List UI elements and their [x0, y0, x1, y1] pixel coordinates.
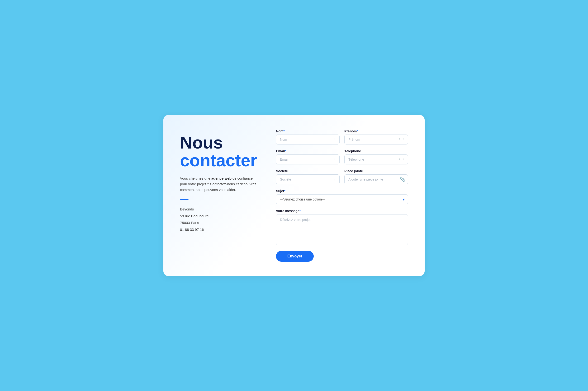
- prenom-label: Prénom*: [344, 129, 408, 133]
- heading-nous: Nous: [180, 134, 257, 151]
- form-group-piece-jointe: Pièce jointe 📎: [344, 169, 408, 184]
- form-group-sujet: Sujet* —Veuillez choisir une option— ▾: [276, 189, 408, 204]
- divider-line: [180, 199, 189, 200]
- form-group-nom: Nom* ⋮⋮: [276, 129, 340, 144]
- form-group-telephone: Téléphone ⋮⋮: [344, 149, 408, 164]
- left-panel: Nous contacter Vous cherchez une agence …: [180, 129, 257, 262]
- message-label: Votre message*: [276, 209, 408, 213]
- form-group-email: Email* ⋮⋮: [276, 149, 340, 164]
- telephone-label: Téléphone: [344, 149, 408, 153]
- piece-jointe-label: Pièce jointe: [344, 169, 408, 173]
- sujet-select[interactable]: —Veuillez choisir une option—: [276, 194, 408, 204]
- heading-contacter: contacter: [180, 151, 257, 170]
- submit-button[interactable]: Envoyer: [276, 251, 314, 262]
- piece-jointe-input[interactable]: [344, 174, 408, 184]
- telephone-input[interactable]: [344, 154, 408, 164]
- telephone-input-wrapper: ⋮⋮: [344, 154, 408, 164]
- form-group-message: Votre message*: [276, 209, 408, 245]
- societe-input-wrapper: ⋮⋮: [276, 174, 340, 184]
- nom-input-wrapper: ⋮⋮: [276, 134, 340, 144]
- nom-input[interactable]: [276, 134, 340, 144]
- email-input[interactable]: [276, 154, 340, 164]
- piece-jointe-input-wrapper: 📎: [344, 174, 408, 184]
- description-text: Vous cherchez une agence web de confianc…: [180, 176, 257, 193]
- sujet-select-wrapper: —Veuillez choisir une option— ▾: [276, 194, 408, 204]
- address-line1: 59 rue Beaubourg: [180, 213, 257, 220]
- message-textarea[interactable]: [276, 214, 408, 245]
- societe-label: Société: [276, 169, 340, 173]
- form-row-1: Nom* ⋮⋮ Prénom* ⋮⋮: [276, 129, 408, 144]
- nom-label: Nom*: [276, 129, 340, 133]
- form-row-3: Société ⋮⋮ Pièce jointe 📎: [276, 169, 408, 184]
- company-name: Beyonds: [180, 206, 257, 213]
- address-line2: 75003 Paris: [180, 219, 257, 226]
- form-row-2: Email* ⋮⋮ Téléphone ⋮⋮: [276, 149, 408, 164]
- email-input-wrapper: ⋮⋮: [276, 154, 340, 164]
- form-group-prenom: Prénom* ⋮⋮: [344, 129, 408, 144]
- form-group-societe: Société ⋮⋮: [276, 169, 340, 184]
- contact-form: Nom* ⋮⋮ Prénom* ⋮⋮ Ema: [276, 129, 408, 262]
- societe-input[interactable]: [276, 174, 340, 184]
- sujet-label: Sujet*: [276, 189, 408, 193]
- contact-card: Nous contacter Vous cherchez une agence …: [163, 115, 425, 276]
- prenom-input[interactable]: [344, 134, 408, 144]
- email-label: Email*: [276, 149, 340, 153]
- phone-number: 01 88 33 97 16: [180, 226, 257, 233]
- contact-info: Beyonds 59 rue Beaubourg 75003 Paris 01 …: [180, 206, 257, 233]
- prenom-input-wrapper: ⋮⋮: [344, 134, 408, 144]
